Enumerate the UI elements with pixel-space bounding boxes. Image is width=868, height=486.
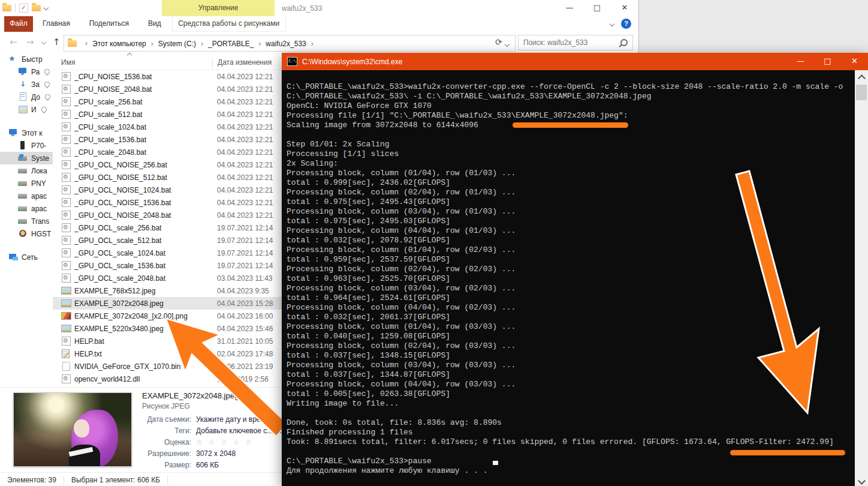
preview-property-row: Размер: 606 КБ bbox=[142, 460, 286, 471]
sidebar-item-icon bbox=[18, 68, 28, 76]
breadcrumb-item[interactable]: Этот компьютер bbox=[91, 40, 147, 48]
breadcrumb: Этот компьютер› bbox=[91, 39, 157, 48]
sidebar-item[interactable]: Быстр bbox=[0, 53, 53, 65]
maximize-button[interactable]: □ bbox=[583, 0, 611, 16]
sidebar-item[interactable]: P70- bbox=[0, 139, 53, 152]
back-button[interactable]: ← bbox=[10, 37, 17, 47]
pin-icon bbox=[43, 68, 51, 76]
file-date: 04.04.2023 15:28 bbox=[212, 299, 283, 308]
cmd-window-title: C:\Windows\system32\cmd.exe bbox=[302, 58, 402, 66]
sidebar-item-label: И bbox=[31, 106, 37, 114]
minimize-button[interactable]: — bbox=[556, 0, 583, 16]
file-date: 19.07.2021 12:14 bbox=[212, 236, 283, 245]
help-icon[interactable]: ? bbox=[621, 19, 631, 29]
sidebar-item[interactable]: apac bbox=[0, 202, 53, 215]
preview-thumbnail[interactable] bbox=[13, 392, 132, 467]
terminal-line: Proccessing [1/1] slices bbox=[287, 149, 855, 159]
terminal-scrollbar[interactable] bbox=[855, 70, 868, 486]
terminal-line: Step 01/01: 2x Scaling bbox=[287, 140, 855, 149]
breadcrumb-item[interactable]: _PORTABLE_ bbox=[207, 40, 255, 48]
file-type-icon bbox=[61, 248, 71, 257]
ribbon-tab[interactable]: Главная bbox=[33, 16, 80, 32]
scroll-down-icon[interactable] bbox=[858, 477, 866, 485]
explorer-titlebar: ✓ Управление waifu2x_533 — □ ✕ bbox=[0, 0, 638, 16]
sidebar-item[interactable]: Trans bbox=[0, 215, 53, 227]
file-name: NVIDIA_GeForce_GTX_1070.bin bbox=[74, 362, 212, 371]
sidebar-item[interactable]: Лока bbox=[0, 164, 53, 177]
recent-locations-chevron-icon[interactable] bbox=[41, 40, 46, 44]
sidebar-item[interactable]: PNY bbox=[0, 177, 53, 190]
property-value[interactable]: Укажите дату и время bbox=[196, 414, 269, 425]
file-name: HELP.txt bbox=[74, 350, 212, 358]
file-date: 04.04.2023 12:21 bbox=[212, 211, 283, 220]
forward-button[interactable]: → bbox=[26, 37, 34, 47]
sidebar-item[interactable]: apac bbox=[0, 190, 53, 202]
property-value[interactable]: Добавьте ключевое с...Кам bbox=[196, 425, 286, 437]
property-value[interactable]: 3072 x 2048 bbox=[196, 448, 236, 460]
sidebar-item-label: За bbox=[31, 80, 40, 89]
collapse-ribbon-chevron-icon[interactable] bbox=[610, 21, 614, 26]
sidebar-item-icon bbox=[18, 80, 28, 88]
file-date: 04.04.2023 12:21 bbox=[212, 148, 283, 157]
cmd-titlebar[interactable]: C:\ C:\Windows\system32\cmd.exe — □ ✕ bbox=[282, 53, 868, 70]
scrollbar-thumb[interactable] bbox=[856, 85, 867, 100]
address-bar[interactable]: › Этот компьютер›System (C:)›_PORTABLE_›… bbox=[64, 35, 516, 52]
explorer-window-title: waifu2x_533 bbox=[282, 4, 322, 13]
terminal-line: total : 0.005[sec], 0263.38[GFLOPS] bbox=[287, 389, 855, 399]
sidebar-item[interactable]: Ра bbox=[0, 65, 53, 78]
customize-qat-chevron-icon[interactable] bbox=[44, 5, 49, 10]
terminal-line bbox=[287, 130, 855, 140]
ribbon-tab[interactable]: Поделиться bbox=[80, 16, 138, 32]
sidebar-item-icon bbox=[18, 205, 28, 212]
toolbar-separator bbox=[15, 4, 16, 12]
tab-file[interactable]: Файл bbox=[4, 16, 33, 32]
ribbon-tab[interactable]: Вид bbox=[138, 16, 171, 32]
property-value[interactable]: 606 КБ bbox=[196, 460, 219, 471]
sidebar-item[interactable]: До bbox=[0, 91, 53, 103]
file-name: _CPU_scale_512.bat bbox=[74, 110, 212, 119]
sidebar-item[interactable]: Этот к bbox=[0, 127, 53, 139]
scroll-up-icon[interactable] bbox=[858, 74, 866, 82]
sidebar-item[interactable]: HGST bbox=[0, 227, 53, 240]
sidebar-item[interactable]: Сеть bbox=[0, 251, 53, 263]
preview-property-row: Разрешение: 3072 x 2048 bbox=[142, 448, 286, 460]
file-date: 03.04.2023 11:43 bbox=[212, 274, 283, 283]
terminal-line: C:\_PORTABLE_\waifu2x_533>waifu2x-conver… bbox=[287, 82, 855, 92]
terminal-cursor bbox=[493, 461, 498, 465]
minimize-button[interactable]: — bbox=[787, 53, 814, 70]
maximize-button[interactable]: □ bbox=[814, 53, 841, 70]
address-row: ← → ↑ › Этот компьютер›System (C:)›_PORT… bbox=[0, 32, 638, 53]
tab-picture-tools[interactable]: Средства работы с рисунками bbox=[172, 16, 286, 32]
file-name: _CPU_scale_2048.bat bbox=[74, 148, 212, 157]
properties-qat-icon[interactable]: ✓ bbox=[19, 4, 28, 13]
sidebar-item[interactable]: Syste bbox=[0, 152, 53, 164]
explorer-window-controls: — □ ✕ bbox=[556, 0, 638, 16]
close-button[interactable]: ✕ bbox=[841, 53, 868, 70]
close-button[interactable]: ✕ bbox=[611, 0, 638, 16]
terminal-output[interactable]: C:\_PORTABLE_\waifu2x_533>waifu2x-conver… bbox=[282, 70, 855, 486]
terminal-line: Processing block, column (04/04), row (0… bbox=[287, 380, 855, 389]
new-folder-qat-icon[interactable] bbox=[32, 5, 41, 11]
file-name: _CPU_scale_1536.bat bbox=[74, 136, 212, 144]
terminal-line: Processing file [1/1] "C:\_PORTABLE_\wai… bbox=[287, 111, 855, 121]
search-icon[interactable] bbox=[620, 39, 628, 46]
file-type-icon bbox=[61, 274, 71, 283]
file-name: EXAMPLE_5220x3480.jpeg bbox=[74, 325, 212, 333]
sidebar-item-icon bbox=[18, 217, 28, 225]
file-type-icon bbox=[61, 97, 71, 106]
breadcrumb-item[interactable]: System (C:) bbox=[157, 40, 197, 48]
column-header-name[interactable]: Имя bbox=[53, 58, 213, 70]
sidebar-item-label: P70- bbox=[31, 142, 46, 150]
breadcrumb-item[interactable]: waifu2x_533 bbox=[264, 40, 307, 48]
file-type-icon bbox=[61, 198, 71, 207]
terminal-line: total : 0.040[sec], 1259.08[GFLOPS] bbox=[287, 332, 855, 341]
sidebar-item[interactable]: И bbox=[0, 103, 53, 116]
up-button[interactable]: ↑ bbox=[53, 37, 61, 47]
property-value[interactable]: ☆ ☆ ☆ ☆ ☆ bbox=[196, 437, 254, 448]
refresh-icon[interactable]: ⟳ bbox=[495, 37, 502, 47]
terminal-line: Processing block, column (02/04), row (0… bbox=[287, 265, 855, 274]
column-header-date[interactable]: Дата изменения bbox=[213, 58, 284, 70]
sidebar-item-label: Этот к bbox=[22, 129, 42, 137]
search-input[interactable]: Поиск: waifu2x_533 bbox=[518, 35, 633, 50]
sidebar-item[interactable]: За bbox=[0, 78, 53, 91]
